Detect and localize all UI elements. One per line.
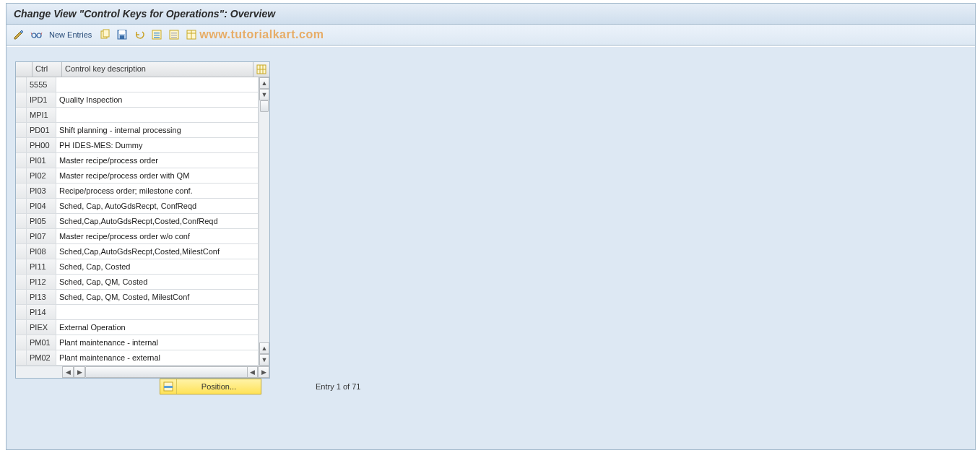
table-row[interactable]: 5555 (16, 77, 259, 92)
scroll-track[interactable] (259, 100, 269, 342)
undo-icon[interactable] (133, 28, 146, 41)
cell-desc[interactable]: Master recipe/process order with QM (56, 168, 259, 183)
cell-ctrl[interactable]: PIEX (27, 320, 56, 335)
table-row[interactable]: PIEXExternal Operation (16, 320, 259, 335)
col-configure[interactable] (253, 62, 269, 77)
table-row[interactable]: IPD1Quality Inspection (16, 92, 259, 108)
table-row[interactable]: PM01Plant maintenance - internal (16, 335, 259, 350)
table-row[interactable]: PI02Master recipe/process order with QM (16, 168, 259, 184)
hscroll-track[interactable] (85, 366, 246, 378)
scroll-left2-icon[interactable]: ◀ (246, 366, 258, 378)
cell-desc[interactable]: Quality Inspection (56, 92, 259, 107)
cell-desc[interactable] (56, 77, 259, 92)
cell-ctrl[interactable]: PI13 (27, 290, 56, 304)
cell-ctrl[interactable]: PD01 (27, 123, 56, 137)
hscroll-thumb[interactable] (85, 366, 248, 378)
new-entries-button[interactable]: New Entries (47, 30, 94, 39)
col-selector[interactable] (16, 62, 32, 77)
scroll-up2-icon[interactable]: ▲ (259, 342, 269, 354)
cell-desc[interactable]: Master recipe/process order (56, 153, 259, 168)
row-selector[interactable] (16, 259, 27, 274)
cell-ctrl[interactable]: 5555 (27, 77, 56, 92)
cell-ctrl[interactable]: PI04 (27, 199, 56, 213)
cell-ctrl[interactable]: PI12 (27, 275, 56, 289)
table-row[interactable]: PD01Shift planning - internal processing (16, 123, 259, 138)
table-row[interactable]: PI08Sched,Cap,AutoGdsRecpt,Costed,Milest… (16, 244, 259, 259)
row-selector[interactable] (16, 108, 27, 122)
row-selector[interactable] (16, 123, 27, 137)
cell-ctrl[interactable]: PM02 (27, 350, 56, 365)
cell-ctrl[interactable]: PI11 (27, 259, 56, 274)
select-all-icon[interactable] (150, 28, 163, 41)
row-selector[interactable] (16, 138, 27, 152)
cell-ctrl[interactable]: PI02 (27, 168, 56, 183)
table-row[interactable]: PI07Master recipe/process order w/o conf (16, 229, 259, 244)
scroll-thumb[interactable] (260, 100, 269, 112)
cell-desc[interactable] (56, 108, 259, 122)
horizontal-scrollbar[interactable]: ◀ ▶ ◀ ▶ (16, 366, 269, 378)
cell-ctrl[interactable]: PI08 (27, 244, 56, 259)
cell-desc[interactable]: Sched, Cap, QM, Costed (56, 275, 259, 289)
vertical-scrollbar[interactable]: ▲ ▼ ▲ ▼ (259, 77, 269, 366)
table-row[interactable]: PM02Plant maintenance - external (16, 350, 259, 366)
row-selector[interactable] (16, 184, 27, 198)
cell-desc[interactable]: Sched, Cap, AutoGdsRecpt, ConfReqd (56, 199, 259, 213)
change-icon[interactable] (12, 28, 25, 41)
table-settings-icon[interactable] (185, 28, 198, 41)
table-row[interactable]: PH00PH IDES-MES: Dummy (16, 138, 259, 153)
cell-desc[interactable]: Recipe/process order; milestone conf. (56, 184, 259, 198)
save-icon[interactable] (116, 28, 129, 41)
cell-desc[interactable]: PH IDES-MES: Dummy (56, 138, 259, 152)
table-row[interactable]: MPI1 (16, 108, 259, 123)
row-selector[interactable] (16, 199, 27, 213)
table-row[interactable]: PI05Sched,Cap,AutoGdsRecpt,Costed,ConfRe… (16, 214, 259, 229)
row-selector[interactable] (16, 244, 27, 259)
cell-ctrl[interactable]: PI05 (27, 214, 56, 228)
table-row[interactable]: PI13Sched, Cap, QM, Costed, MilestConf (16, 290, 259, 305)
table-row[interactable]: PI14 (16, 305, 259, 320)
cell-ctrl[interactable]: PI07 (27, 229, 56, 243)
table-row[interactable]: PI11Sched, Cap, Costed (16, 259, 259, 275)
cell-desc[interactable] (56, 305, 259, 319)
row-selector[interactable] (16, 335, 27, 350)
cell-ctrl[interactable]: PM01 (27, 335, 56, 350)
row-selector[interactable] (16, 168, 27, 183)
cell-desc[interactable]: Sched,Cap,AutoGdsRecpt,Costed,ConfReqd (56, 214, 259, 228)
cell-ctrl[interactable]: PI03 (27, 184, 56, 198)
scroll-right2-icon[interactable]: ▶ (258, 366, 269, 378)
cell-desc[interactable]: Sched, Cap, QM, Costed, MilestConf (56, 290, 259, 304)
row-selector[interactable] (16, 275, 27, 289)
cell-desc[interactable]: Sched,Cap,AutoGdsRecpt,Costed,MilestConf (56, 244, 259, 259)
scroll-down-icon[interactable]: ▼ (259, 89, 269, 100)
cell-ctrl[interactable]: PH00 (27, 138, 56, 152)
cell-desc[interactable]: Sched, Cap, Costed (56, 259, 259, 274)
table-row[interactable]: PI04Sched, Cap, AutoGdsRecpt, ConfReqd (16, 199, 259, 214)
cell-desc[interactable]: External Operation (56, 320, 259, 335)
scroll-down2-icon[interactable]: ▼ (259, 354, 269, 366)
cell-ctrl[interactable]: PI01 (27, 153, 56, 168)
cell-desc[interactable]: Shift planning - internal processing (56, 123, 259, 137)
copy-icon[interactable] (98, 28, 111, 41)
cell-desc[interactable]: Plant maintenance - internal (56, 335, 259, 350)
row-selector[interactable] (16, 229, 27, 243)
scroll-left-icon[interactable]: ◀ (62, 366, 74, 378)
row-selector[interactable] (16, 214, 27, 228)
row-selector[interactable] (16, 320, 27, 335)
row-selector[interactable] (16, 290, 27, 304)
deselect-all-icon[interactable] (168, 28, 181, 41)
col-ctrl[interactable]: Ctrl (32, 62, 62, 77)
cell-ctrl[interactable]: MPI1 (27, 108, 56, 122)
cell-ctrl[interactable]: PI14 (27, 305, 56, 319)
scroll-right-icon[interactable]: ▶ (74, 366, 85, 378)
row-selector[interactable] (16, 77, 27, 92)
table-row[interactable]: PI12Sched, Cap, QM, Costed (16, 275, 259, 290)
cell-desc[interactable]: Master recipe/process order w/o conf (56, 229, 259, 243)
row-selector[interactable] (16, 305, 27, 319)
position-button[interactable]: Position... (160, 379, 261, 394)
cell-ctrl[interactable]: IPD1 (27, 92, 56, 107)
row-selector[interactable] (16, 350, 27, 365)
col-desc[interactable]: Control key description (62, 62, 253, 77)
glasses-icon[interactable] (30, 28, 43, 41)
row-selector[interactable] (16, 153, 27, 168)
scroll-up-icon[interactable]: ▲ (259, 77, 269, 89)
